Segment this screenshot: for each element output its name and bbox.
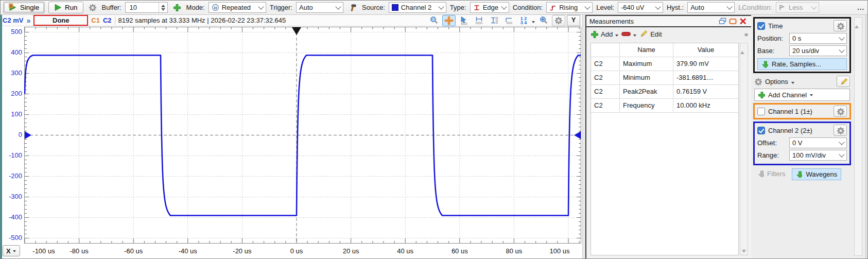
measurements-more-button[interactable]: » [744, 30, 748, 38]
add-measurement-caret-icon[interactable] [615, 34, 618, 37]
scroll-down-icon[interactable] [742, 250, 746, 253]
divider [115, 16, 115, 25]
settings-scrollbar[interactable] [854, 17, 862, 256]
zoom-fit-tool-icon[interactable] [537, 15, 550, 26]
condition-select[interactable]: Rising [546, 2, 593, 13]
measurement-row[interactable]: C2Frequency10.000 kHz [591, 99, 738, 113]
bottom-buttons-row: Filters Wavegens [753, 168, 851, 180]
waveform-svg[interactable] [24, 27, 581, 244]
mode-select[interactable]: H Repeated [209, 2, 266, 13]
zoom1-tool-icon[interactable]: 1 [427, 15, 441, 26]
remove-measurement-button[interactable] [620, 28, 632, 40]
offset-select[interactable]: 0 V [789, 137, 847, 148]
popout-window-icon[interactable] [727, 17, 738, 25]
y-tick-label: -200 [2, 172, 22, 180]
range-label: Range: [757, 151, 789, 159]
svg-text:1: 1 [10, 4, 12, 8]
single-button[interactable]: 1 Single [3, 2, 45, 13]
pan-crosshair-tool-icon[interactable] [442, 15, 456, 26]
chevron-down-icon [811, 4, 817, 9]
tools-dropdown-caret-icon[interactable] [532, 21, 535, 23]
options-edit-button[interactable] [837, 76, 850, 87]
acquisition-info: 8192 samples at 33.333 MHz | 2026-02-22 … [118, 16, 286, 24]
down-arrow-icon [761, 61, 768, 68]
pointer-measure-tool-icon[interactable] [457, 15, 471, 26]
range-value: 100 mV/div [792, 151, 826, 159]
column-header[interactable] [591, 43, 620, 57]
measurement-cell: 0.76159 V [673, 85, 738, 98]
column-header[interactable]: Name [620, 43, 673, 57]
x-tick-label: -40 us [167, 247, 209, 255]
trigger-label: Trigger: [270, 4, 292, 11]
channel1-gear-icon[interactable] [834, 106, 847, 117]
level-select[interactable]: -640 uV [618, 2, 663, 13]
channel1-badge[interactable]: C1 [91, 16, 100, 24]
channel2-gear-icon[interactable] [834, 125, 847, 136]
y-tick-label: -500 [2, 234, 22, 242]
plot-status-bar: C2 mV » Done C1 C2 8192 samples at 33.33… [1, 15, 582, 26]
vertical-measure-tool-icon[interactable] [487, 15, 500, 26]
plot-settings-gear-icon[interactable] [552, 15, 565, 26]
x-axis-button[interactable]: X [3, 245, 20, 256]
channel1-checkbox[interactable] [757, 108, 765, 115]
chevron-down-icon [726, 4, 732, 9]
rate-samples-button[interactable]: Rate, Samples... [757, 58, 847, 70]
source-select[interactable]: Channel 2 [389, 2, 446, 13]
hammer-icon[interactable] [347, 2, 358, 13]
run-button[interactable]: Run [48, 2, 83, 13]
waveforms-scope-window: 1 Single Run Buffer: 10 Mode: H Repeated [0, 0, 868, 259]
y-axis-button[interactable]: Y [567, 15, 580, 26]
type-label: Type: [450, 4, 466, 11]
hysteresis-select[interactable]: Auto [687, 2, 735, 13]
wavegens-button[interactable]: Wavegens [792, 168, 841, 180]
base-select[interactable]: 20 us/div [789, 45, 847, 56]
range-select[interactable]: 100 mV/div [789, 150, 847, 161]
add-mode-icon[interactable] [171, 2, 183, 13]
time-checkbox[interactable] [757, 22, 765, 30]
expand-icon[interactable]: » [26, 16, 30, 25]
measurement-row[interactable]: C2Minimum-381.6891… [591, 71, 738, 85]
measurement-cell: Minimum [620, 71, 673, 84]
toolbar-overflow-button[interactable]: ... [857, 4, 864, 11]
filters-button[interactable]: Filters [753, 168, 790, 179]
close-icon[interactable] [738, 17, 748, 25]
trigger-select[interactable]: Auto [296, 2, 343, 13]
lcondition-value: Less [789, 4, 803, 11]
position-select[interactable]: 0 s [789, 33, 847, 44]
buffer-gear-icon[interactable] [87, 2, 98, 13]
measurements-scrollbar[interactable] [740, 43, 748, 255]
corner-measure-tool-icon[interactable] [502, 15, 515, 26]
add-measurement-button[interactable]: Add [589, 28, 614, 40]
plot-tool-icons: 1 [427, 15, 580, 26]
cursors-1234-tool-icon[interactable]: 1 23 4 [517, 15, 530, 26]
scroll-up-icon[interactable] [740, 43, 744, 54]
buffer-stepper[interactable] [159, 3, 167, 12]
measurements-table: NameValue C2Maximum379.90 mVC2Minimum-38… [591, 43, 739, 255]
minus-icon [621, 32, 631, 36]
float-window-icon[interactable] [717, 17, 727, 25]
measurement-row[interactable]: C2Peak2Peak0.76159 V [591, 85, 738, 99]
remove-measurement-caret-icon[interactable] [633, 34, 636, 37]
column-header[interactable]: Value [673, 43, 738, 57]
options-gear-icon [754, 78, 762, 85]
add-channel-label: Add Channel [768, 91, 807, 99]
measurements-title: Measurements [589, 18, 717, 25]
y-tick-label: 500 [2, 28, 22, 36]
options-row[interactable]: Options [754, 75, 850, 88]
time-gear-icon[interactable] [834, 20, 847, 31]
horizontal-measure-tool-icon[interactable] [472, 15, 485, 26]
measurement-row[interactable]: C2Maximum379.90 mV [591, 57, 738, 71]
measurements-title-bar: Measurements [586, 16, 751, 27]
channel2-badge[interactable]: C2 [103, 16, 112, 24]
options-caret-icon [791, 82, 794, 84]
svg-text:H: H [214, 6, 217, 10]
x-tick-label: 80 us [493, 247, 534, 255]
y-axis-channel-label[interactable]: C2 mV [3, 16, 23, 24]
edit-measurement-button[interactable]: Edit [638, 28, 663, 40]
type-select[interactable]: Edge [470, 2, 509, 13]
add-channel-button[interactable]: Add Channel [754, 89, 850, 101]
buffer-input[interactable]: 10 [125, 2, 168, 13]
channel2-checkbox[interactable] [757, 127, 765, 134]
edge-type-icon [473, 4, 480, 11]
scroll-up-icon[interactable] [855, 18, 859, 28]
